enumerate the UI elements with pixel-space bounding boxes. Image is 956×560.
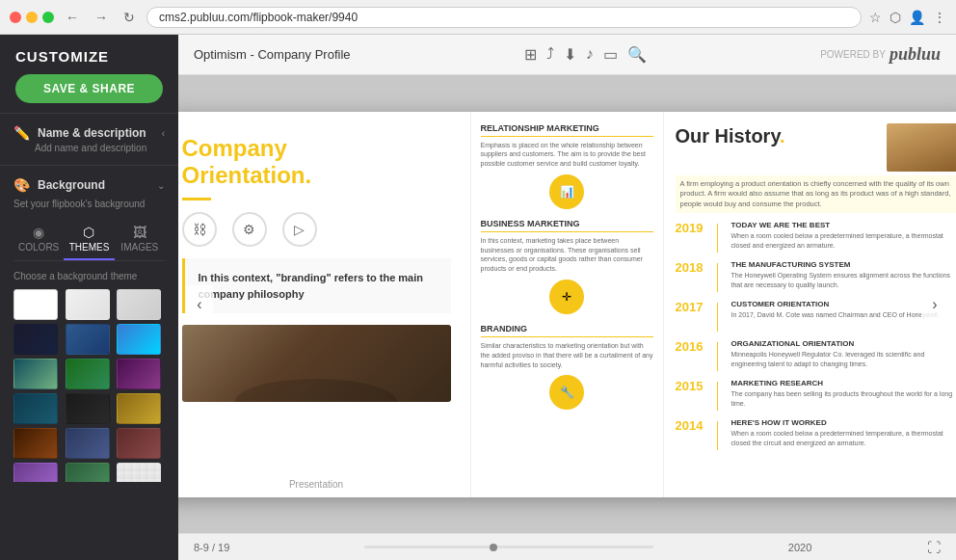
sidebar-title: CUSTOMIZE: [15, 48, 163, 65]
menu-icon[interactable]: ⋮: [933, 10, 946, 25]
tab-colors[interactable]: ◉ COLORS: [13, 219, 64, 260]
timeline-item-2016: 2016 ORGANIZATIONAL ORIENTATION Minneapo…: [676, 339, 957, 371]
sidebar-item-name[interactable]: ✏️ Name & description ‹ Add name and des…: [0, 114, 178, 166]
browser-chrome: ← → ↻ cms2.publuu.com/flipbook-maker/994…: [0, 0, 956, 35]
flipbook-viewer: ‹ › Company Orientation. ⛓: [178, 75, 956, 533]
url-bar[interactable]: cms2.publuu.com/flipbook-maker/9940: [146, 7, 862, 28]
business-text: In this context, marketing takes place b…: [481, 236, 653, 274]
relationship-section: RELATIONSHIP MARKETING Emphasis is place…: [481, 123, 653, 209]
browser-dots: [10, 12, 54, 23]
timeline-text-2015: The company has been selling its product…: [731, 389, 957, 409]
background-title: Background: [38, 178, 105, 192]
toolbar-icons: ⊞ ⤴ ⬇ ♪ ▭ 🔍: [524, 45, 647, 64]
images-tab-label: IMAGES: [120, 242, 158, 253]
year-2016: 2016: [676, 339, 709, 354]
history-intro: A firm employing a product orientation i…: [676, 175, 957, 214]
background-panel: 🎨 Background ⌄ Set your flipbook's backg…: [0, 166, 178, 560]
images-icon: 🖼: [119, 225, 161, 240]
theme-swatch-purple[interactable]: [117, 359, 161, 389]
maximize-dot[interactable]: [42, 12, 54, 23]
page-right: Our History. A firm employing a product …: [664, 112, 957, 497]
audio-icon[interactable]: ♪: [586, 45, 594, 64]
refresh-button[interactable]: ↻: [120, 8, 139, 27]
grid-view-icon[interactable]: ⊞: [524, 45, 537, 64]
close-dot[interactable]: [10, 12, 21, 23]
fullscreen-icon[interactable]: ⛶: [927, 540, 941, 555]
history-title: Our History.: [676, 123, 785, 148]
year-2015: 2015: [676, 379, 709, 393]
page-middle: RELATIONSHIP MARKETING Emphasis is place…: [471, 112, 664, 497]
theme-swatch-light-blue[interactable]: [117, 324, 161, 355]
url-text: cms2.publuu.com/flipbook-maker/9940: [159, 11, 358, 24]
timeline-line-2: [717, 263, 718, 292]
theme-swatch-forest[interactable]: [66, 463, 110, 482]
extension-icon[interactable]: ⬡: [890, 10, 901, 25]
theme-swatch-white[interactable]: [13, 289, 58, 320]
theme-swatch-pattern[interactable]: [117, 463, 161, 482]
theme-swatch-gold[interactable]: [117, 393, 161, 424]
theme-swatch-dark-red[interactable]: [117, 428, 161, 459]
company-orientation-title: Company Orientation.: [182, 135, 451, 191]
book-container: Company Orientation. ⛓ ⚙ ▷ In this conte…: [178, 112, 956, 497]
timeline-title-2019: TODAY WE ARE THE BEST: [731, 221, 957, 229]
tab-themes[interactable]: ⬡ THEMES: [64, 219, 114, 260]
theme-swatch-teal[interactable]: [13, 359, 58, 389]
theme-swatch-black[interactable]: [66, 393, 110, 424]
year-2017: 2017: [676, 300, 709, 314]
monitor-icon[interactable]: ▭: [603, 45, 618, 64]
theme-swatch-green[interactable]: [66, 359, 110, 389]
share-icon[interactable]: ⤴: [546, 45, 554, 64]
theme-swatch-light-gray[interactable]: [66, 289, 110, 320]
toolbar: Optimism - Company Profile ⊞ ⤴ ⬇ ♪ ▭ 🔍 P…: [178, 35, 956, 75]
download-icon[interactable]: ⬇: [564, 45, 576, 64]
theme-swatch-brown[interactable]: [13, 428, 58, 459]
sidebar-header: CUSTOMIZE SAVE & SHARE: [0, 35, 178, 114]
colors-icon: ◉: [17, 225, 60, 240]
timeline-text-2019: When a room cooled below a predetermined…: [731, 231, 957, 251]
browser-icons: ☆ ⬡ 👤 ⋮: [869, 10, 946, 25]
save-share-button[interactable]: SAVE & SHARE: [15, 74, 163, 103]
timeline-item-2015: 2015 MARKETING RESEARCH The company has …: [676, 379, 957, 411]
themes-tab-label: THEMES: [69, 242, 110, 253]
branding-title: BRANDING: [481, 324, 653, 337]
progress-thumb[interactable]: [490, 544, 497, 551]
history-content: Our History. A firm employing a product …: [664, 112, 957, 497]
relationship-title: RELATIONSHIP MARKETING: [481, 123, 653, 137]
status-bar: 8-9 / 19 2020 ⛶: [178, 533, 956, 560]
theme-swatch-navy[interactable]: [66, 428, 110, 459]
zoom-icon[interactable]: 🔍: [627, 45, 647, 64]
back-button[interactable]: ←: [62, 8, 83, 27]
year-2019: 2019: [676, 221, 709, 235]
theme-swatch-dark-teal[interactable]: [13, 393, 58, 424]
document-title: Optimism - Company Profile: [194, 47, 351, 62]
timeline-content-2015: MARKETING RESEARCH The company has been …: [731, 379, 957, 409]
theme-swatch-gray[interactable]: [117, 289, 161, 320]
theme-swatches-grid: [13, 289, 165, 482]
star-icon[interactable]: ☆: [869, 10, 882, 25]
theme-swatch-violet[interactable]: [13, 463, 58, 482]
link-icon-circle: ⛓: [182, 212, 217, 247]
forward-button[interactable]: →: [91, 8, 112, 27]
content-area: Optimism - Company Profile ⊞ ⤴ ⬇ ♪ ▭ 🔍 P…: [178, 35, 956, 560]
branding-icon-circle: 🔧: [549, 375, 584, 410]
powered-by: POWERED BY publuu: [820, 44, 941, 65]
yellow-divider: [182, 198, 211, 200]
tab-images[interactable]: 🖼 IMAGES: [115, 219, 165, 260]
business-section: BUSINESS MARKETING In this context, mark…: [481, 219, 653, 314]
branding-text: Similar characteristics to marketing ori…: [481, 341, 653, 369]
timeline-line-6: [717, 421, 718, 450]
timeline-text-2014: When a room cooled below a predetermined…: [731, 429, 957, 448]
timeline-content-2016: ORGANIZATIONAL ORIENTATION Minneapolis H…: [731, 339, 957, 369]
progress-track[interactable]: [364, 546, 653, 548]
timeline-line-1: [717, 224, 718, 253]
prev-page-button[interactable]: ‹: [186, 285, 213, 324]
timeline-item-2017: 2017 CUSTOMER ORIENTATION In 2017, David…: [676, 300, 957, 332]
theme-swatch-blue[interactable]: [66, 324, 110, 355]
brand-name: publuu: [890, 44, 941, 65]
next-page-button[interactable]: ›: [921, 285, 948, 324]
background-palette-icon: 🎨: [13, 177, 30, 193]
theme-swatch-dark-blue[interactable]: [13, 324, 58, 355]
minimize-dot[interactable]: [26, 12, 38, 23]
profile-icon[interactable]: 👤: [909, 10, 925, 25]
pencil-icon: ✏️: [13, 125, 30, 141]
